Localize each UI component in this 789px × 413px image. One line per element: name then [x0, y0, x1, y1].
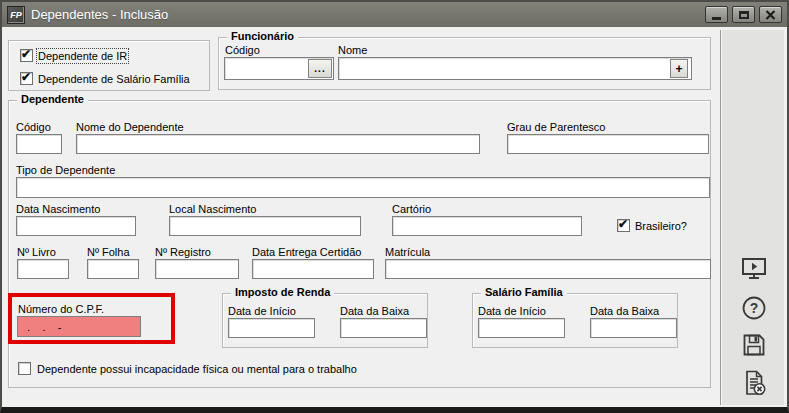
minimize-icon — [712, 17, 721, 20]
ir-data-inicio-label: Data de Início — [228, 305, 296, 317]
checkbox-dependente-salario-familia[interactable] — [20, 72, 33, 85]
tipo-dependente-combobox[interactable] — [16, 177, 710, 198]
cartorio-input[interactable] — [392, 216, 582, 236]
save-button[interactable] — [738, 329, 770, 361]
title-bar[interactable]: FP Dependentes - Inclusão — [2, 2, 787, 27]
num-registro-input[interactable] — [155, 259, 239, 279]
data-nascimento-input[interactable] — [16, 216, 136, 236]
dependente-group-title: Dependente — [17, 93, 88, 105]
window-title: Dependentes - Inclusão — [31, 7, 699, 22]
monitor-play-icon — [740, 255, 768, 283]
sidebar-toolbar: ? — [720, 30, 784, 405]
funcionario-nome-label: Nome — [338, 44, 367, 56]
matricula-label: Matrícula — [385, 246, 430, 258]
num-livro-input[interactable] — [17, 259, 69, 279]
maximize-button[interactable] — [732, 6, 755, 23]
nome-dependente-input[interactable] — [76, 134, 480, 154]
checkbox-incapacidade[interactable] — [18, 362, 31, 375]
data-entrega-certidao-input[interactable] — [252, 259, 374, 279]
nome-dependente-label: Nome do Dependente — [76, 121, 184, 133]
ir-data-baixa-label: Data da Baixa — [340, 305, 409, 317]
dialog-body: Dependente de IR Dependente de Salário F… — [2, 27, 787, 407]
sf-data-baixa-input[interactable] — [590, 318, 677, 338]
maximize-icon — [739, 11, 749, 19]
svg-text:?: ? — [750, 300, 759, 316]
window-controls — [705, 6, 782, 23]
checkbox-brasileiro[interactable] — [617, 219, 630, 232]
num-folha-input[interactable] — [87, 259, 139, 279]
sf-data-inicio-label: Data de Início — [478, 305, 546, 317]
checkbox-incapacidade-label[interactable]: Dependente possui incapacidade física ou… — [37, 363, 357, 375]
matricula-input[interactable] — [385, 259, 711, 279]
data-nascimento-label: Data Nascimento — [16, 203, 100, 215]
dependente-codigo-input[interactable] — [16, 134, 62, 154]
data-entrega-certidao-label: Data Entrega Certidão — [252, 246, 361, 258]
dialog-window: FP Dependentes - Inclusão Dependente de … — [0, 0, 789, 413]
num-registro-label: Nº Registro — [155, 246, 211, 258]
help-icon: ? — [740, 294, 768, 322]
local-nascimento-label: Local Nascimento — [169, 203, 256, 215]
funcionario-group-title: Funcionário — [227, 30, 298, 42]
checkbox-brasileiro-label[interactable]: Brasileiro? — [635, 220, 687, 232]
num-livro-label: Nº Livro — [17, 246, 56, 258]
minimize-button[interactable] — [705, 6, 728, 23]
salario-familia-group-title: Salário Família — [481, 286, 567, 298]
monitor-play-button[interactable] — [738, 253, 770, 285]
sf-data-baixa-label: Data da Baixa — [590, 305, 659, 317]
cartorio-label: Cartório — [392, 203, 431, 215]
sf-data-inicio-input[interactable] — [478, 318, 565, 338]
ir-data-baixa-input[interactable] — [340, 318, 427, 338]
local-nascimento-input[interactable] — [169, 216, 361, 236]
tipo-dependente-label: Tipo de Dependente — [16, 164, 115, 176]
funcionario-codigo-lookup-button[interactable]: ... — [308, 59, 332, 78]
help-button[interactable]: ? — [738, 292, 770, 324]
close-button[interactable] — [759, 6, 782, 23]
grau-parentesco-input[interactable] — [507, 134, 709, 154]
save-floppy-icon — [740, 331, 768, 359]
checkbox-dependente-ir[interactable] — [20, 49, 33, 62]
funcionario-codigo-label: Código — [225, 44, 260, 56]
funcionario-nome-input[interactable] — [338, 57, 692, 80]
imposto-renda-group-title: Imposto de Renda — [231, 286, 334, 298]
grau-parentesco-label: Grau de Parentesco — [507, 121, 605, 133]
dependente-codigo-label: Código — [16, 121, 51, 133]
funcionario-nome-add-button[interactable]: + — [670, 59, 688, 78]
ir-data-inicio-input[interactable] — [228, 318, 315, 338]
cancel-button[interactable] — [738, 367, 770, 399]
num-folha-label: Nº Folha — [87, 246, 130, 258]
close-icon — [765, 10, 776, 20]
checkbox-dependente-salario-familia-label[interactable]: Dependente de Salário Família — [38, 73, 190, 85]
app-icon: FP — [7, 6, 25, 24]
cancel-document-icon — [740, 369, 768, 397]
cpf-annotation-highlight — [8, 293, 175, 344]
checkbox-dependente-ir-label[interactable]: Dependente de IR — [38, 50, 127, 62]
